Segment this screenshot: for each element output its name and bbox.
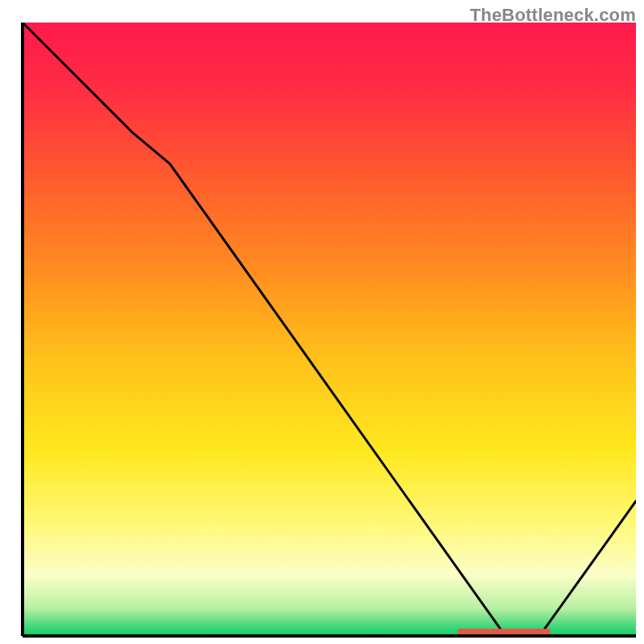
watermark-text: TheBottleneck.com: [470, 5, 636, 26]
bottleneck-chart: [0, 0, 644, 644]
chart-stage: TheBottleneck.com: [0, 0, 644, 644]
